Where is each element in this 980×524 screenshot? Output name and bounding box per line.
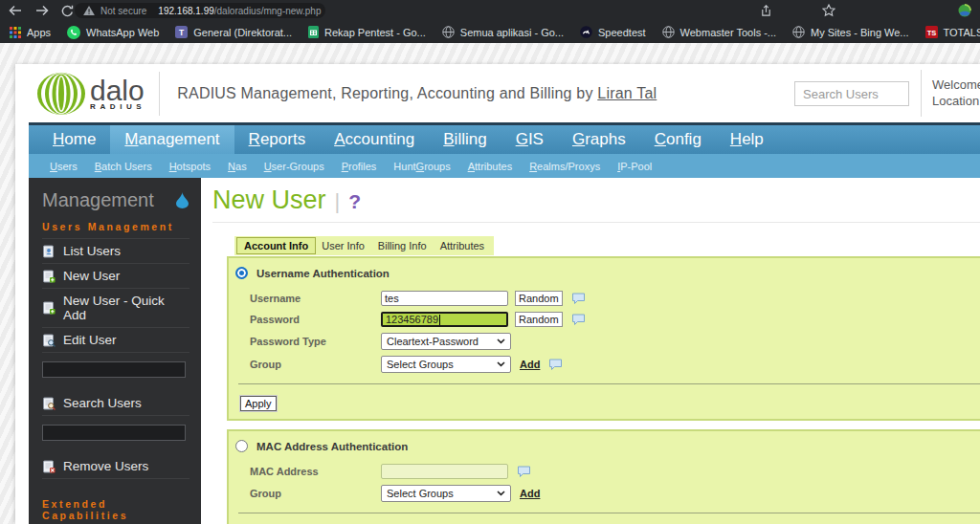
- subnav-item-users[interactable]: Users: [41, 161, 86, 172]
- username-field-value: tes: [385, 293, 399, 304]
- tab-attributes[interactable]: Attributes: [434, 238, 491, 253]
- bookmark-semua-aplikasi-go[interactable]: Semua aplikasi - Go...: [442, 26, 564, 38]
- title-separator: |: [335, 189, 341, 214]
- password-label: Password: [250, 314, 381, 325]
- apply-button-username[interactable]: Apply: [240, 396, 277, 411]
- username-auth-radio[interactable]: [235, 267, 248, 279]
- fieldset-divider-2: [238, 513, 980, 513]
- help-link[interactable]: ?: [348, 190, 361, 213]
- tab-billing-info[interactable]: Billing Info: [371, 238, 434, 253]
- page-search-icon: [42, 397, 56, 410]
- sidebar-item-label: Search Users: [63, 396, 142, 410]
- author-link[interactable]: Liran Tal: [597, 85, 657, 101]
- group-select-value: Select Groups: [387, 488, 454, 499]
- bookmarks-bar: AppsWhatsApp WebTGeneral (Direktorat...R…: [0, 21, 980, 43]
- brand-name: dalo: [90, 76, 145, 105]
- subnav-item-realms-proxys[interactable]: Realms/Proxys: [521, 161, 609, 172]
- password-field[interactable]: 123456789: [381, 312, 508, 327]
- username-auth-radio-row: Username Authentication: [229, 263, 980, 285]
- bookmark-star-icon[interactable]: [821, 4, 836, 17]
- bookmark-label: Webmaster Tools -...: [680, 27, 776, 38]
- nav-item-config[interactable]: Config: [640, 125, 716, 154]
- nav-item-gis[interactable]: GIS: [501, 125, 558, 154]
- mac-address-field[interactable]: [381, 464, 508, 479]
- sidebar-item-label: Remove Users: [63, 459, 148, 473]
- url-path: /daloradius/mng-new.php: [214, 6, 322, 16]
- tab-strip: Account InfoUser InfoBilling InfoAttribu…: [234, 236, 494, 255]
- bookmark-my-sites-bing-we[interactable]: My Sites - Bing We...: [792, 26, 909, 38]
- address-bar[interactable]: Not secure 192.168.1.99/daloradius/mng-n…: [75, 3, 325, 18]
- bookmark-general-direktorat[interactable]: TGeneral (Direktorat...: [175, 26, 292, 38]
- group-select[interactable]: Select Groups: [381, 356, 511, 373]
- tab-account-info[interactable]: Account Info: [237, 238, 315, 253]
- bookmark-label: TOTALSPORTEK.CO...: [944, 27, 980, 38]
- nav-item-accounting[interactable]: Accounting: [320, 125, 429, 154]
- sidebar-item-edit-user[interactable]: Edit User: [42, 328, 189, 353]
- share-icon[interactable]: [758, 4, 773, 17]
- droplet-icon: [176, 192, 189, 208]
- bookmark-label: Rekap Pentest - Go...: [324, 27, 426, 38]
- page-edit-icon: [42, 334, 56, 347]
- sidebar-item-search-users[interactable]: Search Users: [42, 391, 189, 416]
- nav-item-management[interactable]: Management: [110, 125, 234, 154]
- username-field[interactable]: tes: [381, 291, 508, 306]
- nav-item-home[interactable]: Home: [38, 125, 110, 154]
- sidebar-item-new-user-quick-add[interactable]: New User - Quick Add: [42, 289, 189, 328]
- password-type-select[interactable]: Cleartext-Password: [381, 333, 511, 350]
- sidebar-edit-user-input[interactable]: [42, 361, 186, 378]
- brand-text: dalo RADIUS: [90, 76, 145, 111]
- header-divider-2: [921, 70, 922, 117]
- globe-icon: [442, 26, 455, 38]
- mac-auth-radio[interactable]: [235, 440, 248, 452]
- bookmark-rekap-pentest-go[interactable]: Rekap Pentest - Go...: [308, 26, 426, 38]
- user-icon: [42, 245, 56, 258]
- random-button[interactable]: Random: [515, 312, 563, 327]
- sidebar-section-header-extended-capabilities: Extended Capabilities: [42, 498, 189, 524]
- bookmark-webmaster-tools[interactable]: Webmaster Tools -...: [662, 26, 776, 38]
- subnav-item-ip-pool[interactable]: IP-Pool: [609, 161, 660, 172]
- sidebar-item-new-user[interactable]: New User: [42, 264, 189, 289]
- subnav-item-batch-users[interactable]: Batch Users: [86, 161, 161, 172]
- bookmarks-list: AppsWhatsApp WebTGeneral (Direktorat...R…: [10, 26, 980, 39]
- random-button[interactable]: Random: [515, 291, 563, 306]
- add-group-link[interactable]: Add: [520, 359, 540, 370]
- nav-item-billing[interactable]: Billing: [429, 125, 501, 154]
- subnav-item-huntgroups[interactable]: HuntGroups: [385, 161, 458, 172]
- mac-address-label: MAC Address: [250, 466, 381, 477]
- username-auth-fieldset: Username Authentication UsernametesRando…: [227, 256, 980, 421]
- bookmark-whatsapp-web[interactable]: WhatsApp Web: [67, 26, 159, 39]
- bookmark-label: My Sites - Bing We...: [811, 27, 909, 38]
- bookmark-label: WhatsApp Web: [86, 27, 159, 38]
- bookmark-apps[interactable]: Apps: [10, 27, 51, 38]
- bookmark-totalsportek-co[interactable]: TSTOTALSPORTEK.CO...: [925, 26, 980, 38]
- not-secure-warning-icon[interactable]: [83, 6, 95, 15]
- sidebar-sections: Users ManagementList UsersNew UserNew Us…: [42, 221, 201, 524]
- app-header: dalo RADIUS RADIUS Management, Reporting…: [15, 64, 980, 122]
- tooltip-bubble-icon: [571, 293, 586, 305]
- subnav-item-profiles[interactable]: Profiles: [333, 161, 386, 172]
- subnav-item-hotspots[interactable]: Hotspots: [161, 161, 219, 172]
- daloradius-logo: dalo RADIUS: [36, 72, 145, 116]
- forward-icon[interactable]: [34, 4, 50, 17]
- nav-item-graphs[interactable]: Graphs: [558, 125, 640, 154]
- subnav-item-nas[interactable]: Nas: [219, 161, 256, 172]
- sidebar-item-list-users[interactable]: List Users: [42, 239, 189, 264]
- subnav-item-user-groups[interactable]: User-Groups: [256, 161, 333, 172]
- search-users-input[interactable]: [794, 81, 909, 106]
- back-icon[interactable]: [8, 4, 23, 17]
- mac-address-row: MAC Address: [250, 464, 980, 479]
- group-row: GroupSelect GroupsAdd: [250, 356, 980, 373]
- subnav-item-attributes[interactable]: Attributes: [459, 161, 521, 172]
- add-group-link[interactable]: Add: [520, 488, 540, 499]
- sidebar-item-remove-users[interactable]: Remove Users: [42, 454, 189, 479]
- group-select[interactable]: Select Groups: [381, 485, 511, 502]
- tab-user-info[interactable]: User Info: [315, 238, 371, 253]
- reload-icon[interactable]: [59, 4, 75, 17]
- nav-item-help[interactable]: Help: [716, 125, 778, 154]
- app-container: dalo RADIUS RADIUS Management, Reporting…: [15, 64, 980, 524]
- sidebar-search-users-input[interactable]: [42, 425, 186, 441]
- extension-icon[interactable]: [957, 4, 972, 17]
- nav-item-reports[interactable]: Reports: [234, 125, 321, 154]
- bookmark-speedtest[interactable]: Speedtest: [580, 26, 646, 38]
- header-title: RADIUS Management, Reporting, Accounting…: [177, 85, 657, 102]
